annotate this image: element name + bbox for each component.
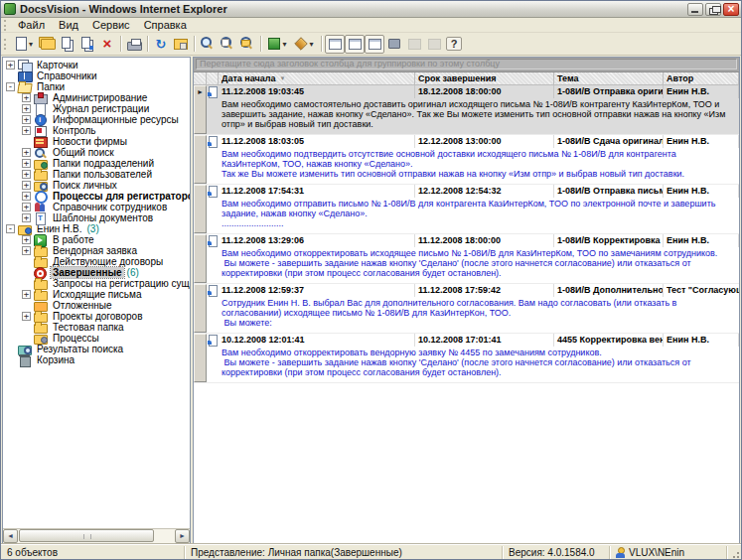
row-selector-gutter[interactable] xyxy=(194,185,207,233)
close-button[interactable] xyxy=(723,3,739,16)
open-folder-button[interactable] xyxy=(38,35,58,54)
menu-help[interactable]: Справка xyxy=(137,18,194,32)
minimize-button[interactable] xyxy=(687,3,703,16)
restore-button[interactable] xyxy=(705,3,721,16)
expander-icon[interactable]: + xyxy=(22,93,31,102)
view-toggle-3-button[interactable] xyxy=(365,35,384,54)
tree-item-spravochniki[interactable]: Справочники xyxy=(3,70,190,81)
search-button[interactable] xyxy=(198,35,218,54)
menu-file[interactable]: Файл xyxy=(11,18,52,32)
search-window-button[interactable] xyxy=(218,35,237,54)
menu-grip[interactable] xyxy=(4,20,7,31)
tree-item-dejstvuyushchie-dogovory[interactable]: Действующие договоры xyxy=(3,256,190,267)
expander-icon[interactable]: + xyxy=(22,246,31,255)
tree-item-inform-resursy[interactable]: + Информационные ресурсы xyxy=(3,114,190,125)
tree-item-kontrol[interactable]: + Контроль xyxy=(3,125,190,136)
expander-icon[interactable]: + xyxy=(22,148,31,157)
expander-icon[interactable]: - xyxy=(6,82,15,91)
tree-item-enin-nv[interactable]: - Енин Н.В. (3) xyxy=(3,223,190,234)
task-row-4[interactable]: 11.12.2008 13:29:06 11.12.2008 18:00:00 … xyxy=(194,234,739,284)
expander-icon[interactable]: + xyxy=(22,312,31,321)
row-selector-gutter[interactable] xyxy=(194,135,207,184)
copy-button[interactable] xyxy=(58,35,77,54)
expander-icon[interactable]: + xyxy=(22,235,31,244)
tree-item-zhurnal[interactable]: + Журнал регистрации xyxy=(3,103,190,114)
toolbar-grip[interactable] xyxy=(4,39,7,50)
task-row-1[interactable]: 11.12.2008 19:03:45 18.12.2008 18:00:00 … xyxy=(194,85,739,135)
expander-icon[interactable]: + xyxy=(22,290,31,299)
expander-icon[interactable]: + xyxy=(22,213,31,222)
expander-icon[interactable]: + xyxy=(6,61,15,70)
tools-button[interactable] xyxy=(291,35,318,54)
tree-item-zavershennye[interactable]: Завершенные (6) xyxy=(3,267,190,278)
search-folder-button[interactable] xyxy=(237,35,257,54)
tree-item-proekty-dogovorov[interactable]: + Проекты договоров xyxy=(3,311,190,322)
properties-button[interactable] xyxy=(171,35,191,54)
task-row-2[interactable]: 11.12.2008 18:03:05 12.12.2008 13:00:00 … xyxy=(194,135,739,185)
scroll-thumb[interactable] xyxy=(19,529,154,542)
column-header-topic[interactable]: Тема xyxy=(554,72,664,85)
menu-service[interactable]: Сервис xyxy=(85,18,137,32)
expander-icon[interactable]: + xyxy=(22,170,31,179)
tree-item-zaprosy-na-registraciyu[interactable]: Запросы на регистрацию существующих д xyxy=(3,278,190,289)
tree-item-papki-podrazdelenij[interactable]: + Папки подразделений xyxy=(3,158,190,169)
tree-item-novosti-firmy[interactable]: Новости фирмы xyxy=(3,136,190,147)
column-header-author[interactable]: Автор xyxy=(664,72,739,85)
column-header-due-date[interactable]: Срок завершения xyxy=(415,72,554,85)
task-row-3[interactable]: 11.12.2008 17:54:31 12.12.2008 12:54:32 … xyxy=(194,185,739,234)
tree-item-v-rabote[interactable]: + В работе xyxy=(3,234,190,245)
note-button[interactable] xyxy=(384,35,404,54)
scroll-left-button[interactable]: ◄ xyxy=(3,529,18,543)
disabled-button-2[interactable] xyxy=(424,35,444,54)
help-button[interactable] xyxy=(444,35,464,54)
toolbar-separator[interactable] xyxy=(191,36,198,53)
toolbar-separator[interactable] xyxy=(117,36,124,53)
tree-hscrollbar[interactable]: ◄ ► xyxy=(3,528,190,543)
row-selector-gutter[interactable] xyxy=(194,284,207,333)
expander-icon[interactable]: + xyxy=(22,126,31,135)
expander-icon[interactable]: + xyxy=(22,203,31,211)
expander-icon[interactable]: + xyxy=(22,192,31,201)
tree-item-spravochnik-sotrudnikov[interactable]: + Справочник сотрудников xyxy=(3,202,190,212)
view-toggle-2-button[interactable] xyxy=(345,35,365,54)
expander-icon[interactable]: + xyxy=(22,104,31,113)
tree-item-otlozhennye[interactable]: Отложенные xyxy=(3,300,190,311)
view-toggle-1-button[interactable] xyxy=(325,35,345,54)
resize-grip[interactable] xyxy=(727,546,741,559)
column-header-start-date[interactable]: Дата начала xyxy=(219,72,415,85)
toolbar-separator[interactable] xyxy=(257,36,264,53)
refresh-button[interactable] xyxy=(151,35,171,54)
scroll-track[interactable] xyxy=(18,529,175,543)
tree-item-iskhodyashchie-pisma[interactable]: + Исходящие письма xyxy=(3,289,190,300)
toolbar-separator[interactable] xyxy=(318,36,325,53)
row-selector-gutter[interactable] xyxy=(194,334,207,382)
tree-item-obshchij-poisk[interactable]: + Общий поиск xyxy=(3,147,190,158)
new-document-button[interactable] xyxy=(11,35,38,54)
disabled-button-1[interactable] xyxy=(404,35,424,54)
tree-item-rezultaty-poiska[interactable]: Результаты поиска xyxy=(3,344,190,354)
row-selector-gutter[interactable] xyxy=(194,234,207,283)
tree-item-vendornaya-zayavka[interactable]: + Вендорная заявка xyxy=(3,245,190,256)
tree-item-processy-dlya-registratorov[interactable]: + Процессы для регистраторов (1) xyxy=(3,191,190,202)
tree-item-papki-polzovatelej[interactable]: + Папки пользователей xyxy=(3,169,190,180)
tree-item-kartochki[interactable]: + Карточки xyxy=(3,60,190,70)
tree-item-shablony-dokumentov[interactable]: + Шаблоны документов xyxy=(3,212,190,223)
tree-item-administrirovanie[interactable]: + Администрирование xyxy=(3,92,190,103)
tree-item-poisk-lichnyh[interactable]: + Поиск личных xyxy=(3,180,190,191)
row-selector-gutter[interactable] xyxy=(194,85,207,134)
print-button[interactable] xyxy=(124,35,144,54)
expander-icon[interactable]: + xyxy=(22,159,31,168)
tree-item-testovaya-papka[interactable]: Тестовая папка xyxy=(3,322,190,333)
task-row-5[interactable]: 11.12.2008 12:59:37 11.12.2008 17:59:42 … xyxy=(194,284,739,334)
delete-button[interactable] xyxy=(97,35,117,54)
expander-icon[interactable]: - xyxy=(6,224,15,233)
tree-item-papki[interactable]: - Папки xyxy=(3,81,190,92)
export-button[interactable] xyxy=(264,35,291,54)
paste-button[interactable] xyxy=(77,35,97,54)
tree-item-processy[interactable]: Процессы xyxy=(3,333,190,344)
toolbar-separator[interactable] xyxy=(144,36,151,53)
scroll-right-button[interactable]: ► xyxy=(175,529,190,543)
tree-item-korzina[interactable]: Корзина xyxy=(3,354,190,365)
expander-icon[interactable]: + xyxy=(22,115,31,124)
menu-view[interactable]: Вид xyxy=(52,18,85,32)
